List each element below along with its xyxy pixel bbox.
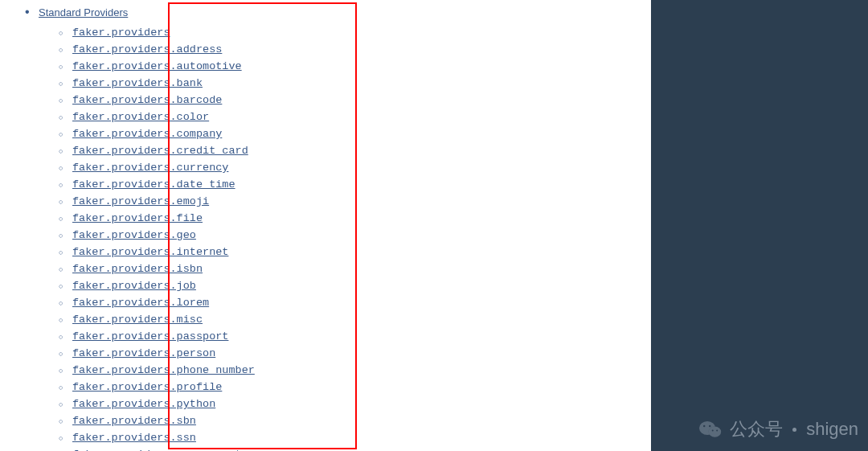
- provider-link[interactable]: faker.providers.color: [72, 111, 209, 123]
- svg-point-5: [712, 430, 714, 432]
- provider-link[interactable]: faker.providers.credit_card: [72, 145, 248, 157]
- provider-link[interactable]: faker.providers.geo: [72, 229, 196, 241]
- provider-link[interactable]: faker.providers.file: [72, 212, 203, 224]
- watermark-separator: [792, 428, 796, 432]
- provider-item: faker.providers.file: [72, 208, 651, 225]
- provider-item: faker.providers.credit_card: [72, 141, 651, 158]
- provider-item: faker.providers.currency: [72, 158, 651, 174]
- provider-link[interactable]: faker.providers.bank: [72, 77, 203, 89]
- provider-item: faker.providers.barcode: [72, 90, 651, 107]
- provider-item: faker.providers.person: [72, 343, 651, 360]
- provider-item: faker.providers.ssn: [72, 428, 651, 445]
- provider-link[interactable]: faker.providers.emoji: [72, 195, 209, 207]
- provider-item: faker.providers.sbn: [72, 411, 651, 428]
- provider-link[interactable]: faker.providers.profile: [72, 381, 222, 393]
- svg-point-4: [709, 425, 710, 427]
- svg-point-2: [709, 427, 722, 437]
- provider-item: faker.providers.internet: [72, 242, 651, 259]
- provider-item: faker.providers.job: [72, 276, 651, 293]
- provider-list: faker.providersfaker.providers.addressfa…: [72, 23, 651, 451]
- provider-item: faker.providers.lorem: [72, 293, 651, 310]
- provider-link[interactable]: faker.providers.date_time: [72, 178, 235, 191]
- provider-item: faker.providers.misc: [72, 310, 651, 326]
- provider-link[interactable]: faker.providers.phone_number: [72, 364, 255, 376]
- svg-point-3: [703, 425, 705, 427]
- provider-item: faker.providers.isbn: [72, 259, 651, 276]
- provider-link[interactable]: faker.providers.internet: [72, 246, 228, 258]
- provider-link[interactable]: faker.providers.address: [72, 43, 222, 55]
- heading-row: Standard Providers faker.providersfaker.…: [39, 5, 651, 451]
- provider-link[interactable]: faker.providers.company: [72, 128, 222, 140]
- watermark: 公众号 shigen: [699, 417, 858, 441]
- provider-link[interactable]: faker.providers.isbn: [72, 263, 203, 275]
- provider-item: faker.providers.color: [72, 107, 651, 124]
- provider-item: faker.providers.user_agent: [72, 445, 651, 451]
- page-wrapper: Standard Providers faker.providersfaker.…: [0, 0, 868, 451]
- provider-item: faker.providers.python: [72, 394, 651, 411]
- provider-item: faker.providers.emoji: [72, 191, 651, 208]
- provider-link[interactable]: faker.providers: [72, 27, 170, 39]
- provider-item: faker.providers.automotive: [72, 56, 651, 73]
- provider-link[interactable]: faker.providers.misc: [72, 314, 203, 326]
- provider-item: faker.providers: [72, 23, 651, 39]
- provider-item: faker.providers.phone_number: [72, 360, 651, 377]
- provider-link[interactable]: faker.providers.currency: [72, 162, 228, 174]
- svg-point-6: [716, 430, 718, 432]
- provider-link[interactable]: faker.providers.ssn: [72, 432, 196, 444]
- provider-link[interactable]: faker.providers.python: [72, 398, 215, 410]
- provider-link[interactable]: faker.providers.person: [72, 347, 215, 359]
- watermark-label: 公众号: [730, 417, 783, 441]
- standard-providers-link[interactable]: Standard Providers: [39, 6, 128, 18]
- provider-item: faker.providers.profile: [72, 377, 651, 394]
- provider-link[interactable]: faker.providers.barcode: [72, 94, 222, 106]
- watermark-name: shigen: [806, 419, 858, 440]
- provider-item: faker.providers.address: [72, 39, 651, 56]
- provider-link[interactable]: faker.providers.sbn: [72, 415, 196, 427]
- provider-item: faker.providers.passport: [72, 326, 651, 343]
- provider-link[interactable]: faker.providers.lorem: [72, 297, 209, 309]
- provider-item: faker.providers.bank: [72, 73, 651, 90]
- provider-item: faker.providers.company: [72, 124, 651, 141]
- provider-item: faker.providers.date_time: [72, 174, 651, 191]
- provider-link[interactable]: faker.providers.job: [72, 280, 196, 292]
- provider-link[interactable]: faker.providers.passport: [72, 330, 228, 342]
- wechat-icon: [699, 420, 722, 439]
- content-area: Standard Providers faker.providersfaker.…: [0, 0, 651, 451]
- sidebar-right: [651, 0, 868, 451]
- provider-link[interactable]: faker.providers.automotive: [72, 60, 242, 72]
- provider-item: faker.providers.geo: [72, 225, 651, 242]
